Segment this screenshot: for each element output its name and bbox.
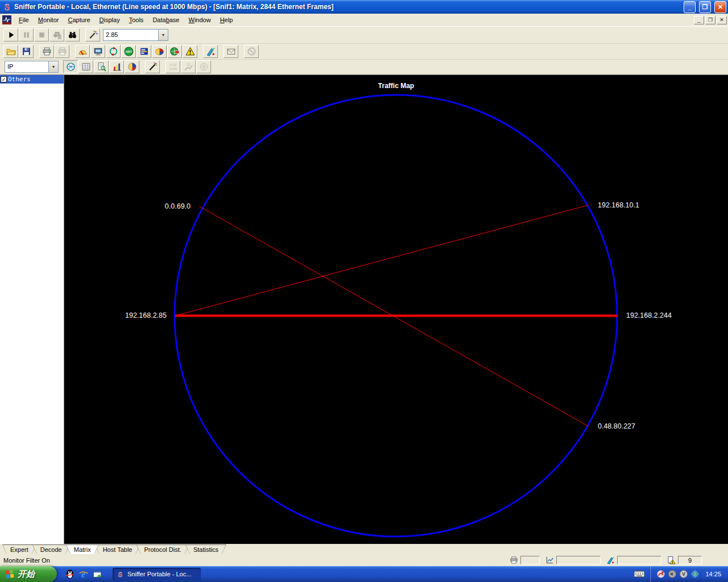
sniffer-tray-icon[interactable] [656,569,665,579]
qq-icon[interactable] [65,569,75,579]
capture-filter-icon[interactable] [606,556,615,564]
print-button[interactable] [39,45,54,58]
view-tabs: ExpertDecodeMatrixHost TableProtocol Dis… [0,544,728,554]
display-captured-data-button[interactable] [65,28,80,41]
application-response-time-button[interactable]: ART [121,45,136,58]
protocol-combo[interactable]: IP ▼ [5,61,59,73]
tab-matrix[interactable]: Matrix [66,544,99,554]
menu-capture[interactable]: Capture [63,15,94,25]
tab-label: Protocol Dist. [136,545,188,554]
node-label[interactable]: 0.48.80.227 [598,422,635,430]
barchart-icon [112,62,122,72]
document-window-icon[interactable] [2,15,12,24]
play-icon [6,30,16,40]
capture-toolbar: 2.85 ▼ [0,27,728,44]
print-selection-button [55,45,69,58]
message-mail-button[interactable] [224,45,238,58]
status-bar: Monitor Filter On 9 [0,554,728,566]
gauge-icon [78,47,88,56]
map-title: Traffic Map [64,82,728,90]
trend-graph-field [556,556,601,564]
network-globe-icon[interactable] [690,569,700,579]
webdis-icon [199,62,209,72]
protocol-distribution-button[interactable] [152,45,167,58]
menu-tools[interactable]: Tools [125,15,148,25]
address-list-panel: ✓Others [0,75,64,544]
node-label[interactable]: 0.0.69.0 [165,202,191,210]
host-table-button[interactable] [90,45,105,58]
bar-chart-view-button[interactable] [109,60,124,73]
tab-label: Statistics [186,545,226,554]
menu-monitor[interactable]: Monitor [34,15,64,25]
window-icon[interactable] [92,569,102,579]
global-statistics-button[interactable] [167,45,182,58]
menu-bar: FileMonitorCaptureDisplayToolsDatabaseWi… [0,14,728,27]
history-samples-button[interactable] [136,45,151,58]
save-file-button[interactable] [19,45,34,58]
ie-icon[interactable]: e [78,569,89,579]
detail-view-button[interactable] [94,60,109,73]
capture-define-filter-button[interactable] [203,45,218,58]
globe-icon [170,47,180,56]
combo-dropdown-icon[interactable]: ▼ [158,30,168,40]
tab-expert[interactable]: Expert [2,544,36,554]
matrix-button[interactable] [106,45,121,58]
traffic-link[interactable] [175,205,589,316]
art-icon: ART [124,47,134,56]
printer-icon [57,47,67,56]
volume-icon[interactable] [668,569,677,579]
minimize-button[interactable]: _ [684,1,696,13]
open-file-button[interactable] [3,45,18,58]
menu-display[interactable]: Display [95,15,125,25]
menu-file[interactable]: File [14,15,34,25]
combo-dropdown-icon[interactable]: ▼ [48,61,58,72]
matrix-toolbar: IP ▼ 4:32123412 [0,60,728,74]
node-label[interactable]: 192.168.2.85 [125,311,167,319]
tab-protocol-dist[interactable]: Protocol Dist. [136,544,189,554]
single-station-button[interactable] [145,60,160,73]
window-title: Sniffer Portable - Local, Ethernet (Line… [14,3,680,11]
printer-status-icon[interactable] [510,556,518,564]
node-label[interactable]: 192.168.10.1 [598,201,639,209]
pie-chart-view-button[interactable] [125,60,139,73]
taskbar-clock[interactable]: 14:25 [702,566,728,582]
dashboard-button[interactable] [75,45,90,58]
status-message: Monitor Filter On [3,557,50,564]
input-method-icon[interactable] [628,568,650,580]
define-filter-button[interactable] [85,28,100,41]
mdi-minimize-button[interactable]: _ [694,16,704,24]
wand-icon [88,30,98,40]
tab-label: Matrix [67,545,98,554]
start-button[interactable]: 开始 [0,566,57,582]
svg-text:4:32: 4:32 [169,63,176,66]
start-capture-button[interactable] [3,28,18,41]
node-label[interactable]: 192.168.2.244 [626,311,672,319]
taskbar-task-button[interactable]: S Sniffer Portable - Loc... [113,568,201,580]
close-button[interactable]: ✕ [714,1,726,13]
tab-decode[interactable]: Decode [32,544,70,554]
pause-capture-button [19,28,34,41]
hosttable-icon [93,47,103,56]
mapcircle-icon [66,62,76,72]
mdi-close-button[interactable]: ✕ [717,16,727,24]
menu-database[interactable]: Database [148,15,184,25]
menu-help[interactable]: Help [216,15,238,25]
alarm-log-button[interactable] [183,45,197,58]
checkbox-checked-icon[interactable]: ✓ [1,76,7,82]
mdi-restore-button[interactable]: ❐ [705,16,715,24]
tab-host-table[interactable]: Host Table [95,544,140,554]
sniffer-icon: S [116,570,125,579]
restore-button[interactable]: ❐ [699,1,711,13]
printer-icon [42,47,52,56]
traffic-map-view-button[interactable] [63,60,78,73]
table-view-button[interactable] [78,60,93,73]
tab-statistics[interactable]: Statistics [185,544,226,554]
matrix-content: ✓Others Traffic Map 0.0.69.0192.168.10.1… [0,74,728,544]
numeric-counts-button: 4:321234 [166,60,180,73]
alarm-count-icon[interactable] [667,556,676,564]
scale-combo[interactable]: 2.85 ▼ [103,29,168,41]
trend-graph-icon[interactable] [545,556,554,564]
v-tray-icon[interactable]: V [679,569,688,579]
menu-window[interactable]: Window [184,15,216,25]
address-item-others[interactable]: ✓Others [0,75,64,84]
